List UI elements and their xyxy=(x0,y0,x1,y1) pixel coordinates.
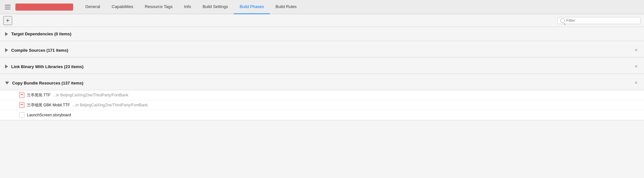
section-header-left-copy-bundle: Copy Bundle Resources (137 items) xyxy=(5,81,83,85)
section-close-button-link-binary[interactable]: × xyxy=(633,64,639,69)
section-header-link-binary[interactable]: Link Binary With Libraries (23 items)× xyxy=(0,59,644,74)
tab-nav: GeneralCapabilitiesResource TagsInfoBuil… xyxy=(80,0,644,14)
section-close-button-copy-bundle[interactable]: × xyxy=(633,80,639,85)
ttf-file-icon xyxy=(19,92,24,98)
file-name: LaunchScreen.storyboard xyxy=(27,113,71,117)
expand-triangle-icon xyxy=(5,48,8,52)
tab-capabilities[interactable]: Capabilities xyxy=(106,0,139,14)
section-header-target-dependencies[interactable]: Target Dependencies (0 items) xyxy=(0,27,644,41)
filter-icon xyxy=(560,18,565,23)
project-title xyxy=(15,4,73,11)
section-content-copy-bundle: 兰亭黑简.TTF...in BeijingCaiXingZhe/ThirdPar… xyxy=(0,90,644,120)
toolbar-row: + xyxy=(0,14,644,27)
svg-rect-1 xyxy=(5,7,11,7)
tab-info[interactable]: Info xyxy=(178,0,197,14)
section-header-left-link-binary: Link Binary With Libraries (23 items) xyxy=(5,64,83,69)
section-title-copy-bundle: Copy Bundle Resources (137 items) xyxy=(12,81,83,85)
file-row[interactable]: 兰亭细黑 GBK Mobil.TTF...in BeijingCaiXingZh… xyxy=(0,100,644,110)
section-title-target-dependencies: Target Dependencies (0 items) xyxy=(11,31,72,36)
expand-triangle-icon xyxy=(5,65,8,68)
tab-bar-left xyxy=(0,3,80,12)
ttf-file-icon xyxy=(19,102,24,108)
file-name: 兰亭黑简.TTF xyxy=(27,93,50,98)
file-name: 兰亭细黑 GBK Mobil.TTF xyxy=(27,102,70,108)
filter-input[interactable] xyxy=(566,18,638,23)
svg-rect-2 xyxy=(5,9,11,9)
tab-build-rules[interactable]: Build Rules xyxy=(270,0,302,14)
tab-build-phases[interactable]: Build Phases xyxy=(234,0,270,14)
section-header-left-compile-sources: Compile Sources (171 items) xyxy=(5,48,68,53)
section-close-button-compile-sources[interactable]: × xyxy=(633,48,639,53)
section-header-compile-sources[interactable]: Compile Sources (171 items)× xyxy=(0,43,644,58)
section-header-copy-bundle[interactable]: Copy Bundle Resources (137 items)× xyxy=(0,76,644,90)
tab-general[interactable]: General xyxy=(80,0,106,14)
filter-box xyxy=(557,17,641,24)
file-row[interactable]: LaunchScreen.storyboard xyxy=(0,110,644,120)
section-title-link-binary: Link Binary With Libraries (23 items) xyxy=(11,64,83,69)
file-path: ...in BeijingCaiXingZhe/ThirdParty/FontB… xyxy=(53,93,128,97)
section-header-left-target-dependencies: Target Dependencies (0 items) xyxy=(5,31,72,36)
tab-bar: GeneralCapabilitiesResource TagsInfoBuil… xyxy=(0,0,644,14)
svg-rect-0 xyxy=(5,5,11,5)
storyboard-file-icon xyxy=(19,112,24,118)
expand-triangle-icon xyxy=(5,32,8,36)
section-title-compile-sources: Compile Sources (171 items) xyxy=(11,48,68,53)
file-path: ...in BeijingCaiXingZhe/ThirdParty/FontB… xyxy=(72,103,148,107)
content-area: Target Dependencies (0 items)Compile Sou… xyxy=(0,27,644,122)
sidebar-toggle-button[interactable] xyxy=(3,3,12,12)
file-row[interactable]: 兰亭黑简.TTF...in BeijingCaiXingZhe/ThirdPar… xyxy=(0,90,644,100)
collapse-triangle-icon xyxy=(5,82,9,85)
add-phase-button[interactable]: + xyxy=(3,16,12,25)
section-spacer xyxy=(0,120,644,122)
tab-resource-tags[interactable]: Resource Tags xyxy=(139,0,178,14)
tab-build-settings[interactable]: Build Settings xyxy=(197,0,234,14)
